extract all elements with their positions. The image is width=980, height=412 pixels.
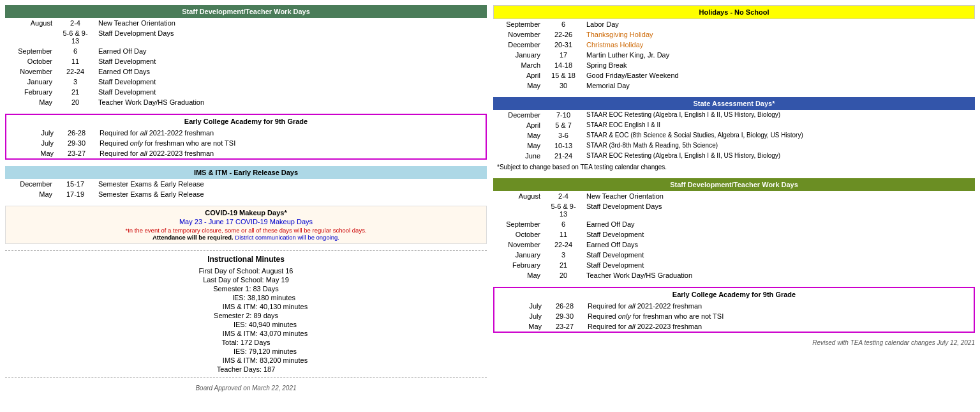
covid-note-left: *In the event of a temporary closure, so… xyxy=(8,227,484,241)
inst-row: First Day of School: August 16 xyxy=(5,266,487,275)
table-row: March 14-18 Spring Break xyxy=(493,60,975,70)
covid-note-bold: Attendance will be required. xyxy=(152,234,234,241)
early-release-left: IMS & ITM - Early Release Days December … xyxy=(5,166,487,199)
inst-label: IMS & ITM: 83,200 minutes xyxy=(223,356,308,364)
table-row: February 21 Staff Development xyxy=(5,87,487,97)
table-row: August 2-4 New Teacher Orientation xyxy=(5,18,487,28)
inst-row: IMS & ITM: 40,130 minutes xyxy=(5,302,487,311)
holidays-table-right: September 6 Labor Day November 22-26 Tha… xyxy=(493,19,975,91)
staff-dev-right: Staff Development/Teacher Work Days Augu… xyxy=(493,178,975,280)
table-row: August 2-4 New Teacher Orientation xyxy=(493,191,975,201)
table-row: January 3 Staff Development xyxy=(5,77,487,87)
table-row: April 15 & 18 Good Friday/Easter Weekend xyxy=(493,70,975,80)
early-college-table-left: July 26-28 Required for all 2021-2022 fr… xyxy=(6,128,486,158)
table-row: May 20 Teacher Work Day/HS Graduation xyxy=(493,270,975,280)
inst-row: IMS & ITM: 83,200 minutes xyxy=(5,356,487,365)
table-row: September 6 Earned Off Day xyxy=(493,219,975,229)
inst-row: Teacher Days: 187 xyxy=(5,365,487,374)
covid-dates-left: May 23 - June 17 COVID-19 Makeup Days xyxy=(8,218,484,225)
holidays-header-right: Holidays - No School xyxy=(493,5,975,19)
staff-dev-header-right: Staff Development/Teacher Work Days xyxy=(493,178,975,191)
table-row: January 17 Martin Luther King, Jr. Day xyxy=(493,50,975,60)
inst-label: IMS & ITM: 40,130 minutes xyxy=(223,303,308,310)
holidays-right: Holidays - No School September 6 Labor D… xyxy=(493,5,975,91)
instructional-section-left: Instructional Minutes First Day of Schoo… xyxy=(5,250,487,378)
early-release-header-left: IMS & ITM - Early Release Days xyxy=(5,166,487,179)
inst-label: Teacher Days: 187 xyxy=(217,365,276,373)
table-row: April 5 & 7 STAAR EOC English I & II xyxy=(493,120,975,130)
state-assessment-table-right: December 7-10 STAAR EOC Retesting (Algeb… xyxy=(493,110,975,161)
table-row: May 23-27 Required for all 2022-2023 fre… xyxy=(6,148,486,158)
inst-row: IES: 79,120 minutes xyxy=(5,347,487,356)
staff-dev-left: Staff Development/Teacher Work Days Augu… xyxy=(5,5,487,107)
table-row: December 7-10 STAAR EOC Retesting (Algeb… xyxy=(493,110,975,120)
early-college-table-right: July 26-28 Required for all 2021-2022 fr… xyxy=(494,301,974,332)
inst-label: Total: 172 Days xyxy=(222,339,271,346)
table-row: September 6 Earned Off Day xyxy=(5,46,487,56)
right-column: Holidays - No School September 6 Labor D… xyxy=(493,5,975,392)
table-row: December 20-31 Christmas Holiday xyxy=(493,40,975,50)
inst-label: IES: 38,180 minutes xyxy=(232,294,295,301)
state-assessment-right: State Assessment Days* December 7-10 STA… xyxy=(493,97,975,172)
table-row: July 29-30 Required only for freshman wh… xyxy=(6,138,486,148)
instructional-header-left: Instructional Minutes xyxy=(5,255,487,264)
main-container: Staff Development/Teacher Work Days Augu… xyxy=(5,5,975,392)
state-assessment-note-right: *Subject to change based on TEA testing … xyxy=(493,162,975,172)
table-row: December 15-17 Semester Exams & Early Re… xyxy=(5,179,487,189)
early-college-right: Early College Academy for 9th Grade July… xyxy=(493,287,975,333)
state-assessment-header-right: State Assessment Days* xyxy=(493,97,975,110)
table-row: May 30 Memorial Day xyxy=(493,80,975,91)
covid-note-text: *In the event of a temporary closure, so… xyxy=(125,227,366,234)
table-row: May 23-27 Required for all 2022-2023 fre… xyxy=(494,321,974,332)
early-college-header-left: Early College Academy for 9th Grade xyxy=(6,115,486,128)
footer-left: Board Approved on March 22, 2021 xyxy=(5,385,487,392)
instructional-data-left: First Day of School: August 16 Last Day … xyxy=(5,266,487,374)
table-row: July 26-28 Required for all 2021-2022 fr… xyxy=(494,301,974,311)
inst-row: Semester 1: 83 Days xyxy=(5,284,487,293)
inst-row: Last Day of School: May 19 xyxy=(5,275,487,284)
table-row: November 22-24 Earned Off Days xyxy=(493,240,975,250)
inst-label: IES: 40,940 minutes xyxy=(234,321,297,328)
table-row: 5-6 & 9-13 Staff Development Days xyxy=(493,201,975,219)
table-row: February 21 Staff Development xyxy=(493,260,975,270)
staff-dev-table-left: August 2-4 New Teacher Orientation 5-6 &… xyxy=(5,18,487,107)
table-row: September 6 Labor Day xyxy=(493,19,975,29)
inst-label: Last Day of School: May 19 xyxy=(203,276,289,284)
inst-row: Total: 172 Days xyxy=(5,338,487,347)
early-college-header-right: Early College Academy for 9th Grade xyxy=(494,288,974,301)
inst-row: Semester 2: 89 days xyxy=(5,311,487,320)
table-row: October 11 Staff Development xyxy=(5,56,487,66)
staff-dev-table-right: August 2-4 New Teacher Orientation 5-6 &… xyxy=(493,191,975,280)
footer-right: Revised with TEA testing calendar change… xyxy=(493,339,975,346)
table-row: 5-6 & 9-13 Staff Development Days xyxy=(5,28,487,46)
table-row: May 3-6 STAAR & EOC (8th Science & Socia… xyxy=(493,130,975,141)
inst-label: IES: 79,120 minutes xyxy=(234,347,297,355)
covid-section-left: COVID-19 Makeup Days* May 23 - June 17 C… xyxy=(5,206,487,244)
inst-label: Semester 1: 83 Days xyxy=(213,285,279,293)
inst-row: IES: 38,180 minutes xyxy=(5,293,487,302)
covid-note-link: District communication will be ongoing. xyxy=(235,234,339,241)
table-row: May 10-13 STAAR (3rd-8th Math & Reading,… xyxy=(493,141,975,151)
inst-label: Semester 2: 89 days xyxy=(214,312,278,319)
inst-label: IMS & ITM: 43,070 minutes xyxy=(223,330,308,337)
early-college-left: Early College Academy for 9th Grade July… xyxy=(5,114,487,160)
table-row: November 22-24 Earned Off Days xyxy=(5,66,487,77)
table-row: January 3 Staff Development xyxy=(493,250,975,260)
inst-row: IES: 40,940 minutes xyxy=(5,320,487,329)
table-row: May 20 Teacher Work Day/HS Graduation xyxy=(5,97,487,107)
table-row: May 17-19 Semester Exams & Early Release xyxy=(5,189,487,199)
table-row: June 21-24 STAAR EOC Retesting (Algebra … xyxy=(493,151,975,161)
table-row: November 22-26 Thanksgiving Holiday xyxy=(493,29,975,40)
table-row: July 26-28 Required for all 2021-2022 fr… xyxy=(6,128,486,138)
table-row: October 11 Staff Development xyxy=(493,229,975,240)
table-row: July 29-30 Required only for freshman wh… xyxy=(494,311,974,321)
early-release-table-left: December 15-17 Semester Exams & Early Re… xyxy=(5,179,487,199)
covid-header-left: COVID-19 Makeup Days* xyxy=(8,209,484,217)
inst-row: IMS & ITM: 43,070 minutes xyxy=(5,329,487,338)
inst-label: First Day of School: August 16 xyxy=(199,267,293,275)
staff-dev-header-left: Staff Development/Teacher Work Days xyxy=(5,5,487,18)
left-column: Staff Development/Teacher Work Days Augu… xyxy=(5,5,487,392)
